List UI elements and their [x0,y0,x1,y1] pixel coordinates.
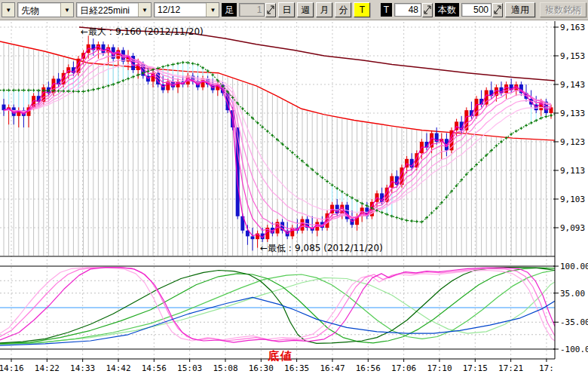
diagonal-spin-icon [494,5,501,14]
svg-text:15:03: 15:03 [177,363,202,373]
hidden-combo[interactable]: ▼ [2,2,15,17]
svg-text:15:08: 15:08 [213,363,237,373]
svg-text:17:21: 17:21 [498,363,523,373]
svg-text:17:15: 17:15 [463,363,488,373]
apply-button[interactable]: 適用 [505,2,535,17]
period-day-button[interactable]: 日 [278,2,295,17]
svg-text:-100.00: -100.00 [560,345,588,354]
chevron-down-icon[interactable]: ▼ [2,3,14,17]
svg-text:35.00: 35.00 [560,289,585,299]
bar-count-label: 本数 [435,3,459,17]
tick-unit-label: T [381,3,392,17]
svg-text:9,093: 9,093 [560,223,585,233]
svg-text:9,133: 9,133 [560,109,585,118]
svg-text:17:10: 17:10 [427,363,452,373]
max-price-annotation: ←最大：9,160 (2012/11/20) [81,26,204,37]
svg-text:14:22: 14:22 [35,363,60,373]
svg-text:9,143: 9,143 [560,80,585,90]
bar-interval-input[interactable]: 1 [239,3,265,17]
min-price-annotation: ←最低：9,085 (2012/11/20) [260,243,383,253]
bar-type-label: 足 [222,3,237,17]
svg-text:100.00: 100.00 [560,262,588,271]
svg-text:17:: 17: [539,363,554,373]
svg-text:9,153: 9,153 [560,51,585,61]
bottom-value-annotation: 底値 [267,349,293,363]
diagonal-spin-icon [424,5,431,14]
period-week-button[interactable]: 週 [297,2,314,17]
chevron-down-icon[interactable]: ▼ [138,3,151,17]
svg-text:14:56: 14:56 [142,363,167,373]
svg-text:9,123: 9,123 [560,137,585,147]
multi-symbol-button[interactable]: 複数銘柄 [540,2,586,17]
svg-text:16:30: 16:30 [249,363,274,373]
instrument-type-select[interactable]: 先物 ▼ [17,2,74,17]
price-chart-canvas: 9,1639,1539,1439,1339,1239,1139,1039,093… [0,0,588,377]
svg-text:-35.00: -35.00 [560,317,588,327]
period-minute-button[interactable]: 分 [335,2,351,17]
svg-text:16:47: 16:47 [320,363,345,373]
chevron-down-icon[interactable]: ▼ [60,3,73,17]
toolbar: ▼ 先物 ▼ 日経225mini ▼ 12/12 ▼ 足 1 日 週 月 分 T… [0,0,588,20]
svg-text:14:16: 14:16 [0,363,24,373]
svg-text:14:33: 14:33 [70,363,95,373]
instrument-select[interactable]: 日経225mini ▼ [76,2,152,17]
period-tick-button[interactable]: T [354,2,370,17]
svg-text:9,113: 9,113 [560,166,585,176]
instrument-value: 日経225mini [77,3,138,17]
oscillator-layer [0,268,555,346]
svg-text:16:35: 16:35 [284,363,309,373]
bar-count-spinner[interactable] [492,3,503,17]
contract-month-value: 12/12 [155,3,206,17]
svg-text:17:06: 17:06 [391,363,416,373]
tick-count-spinner[interactable] [422,3,433,17]
instrument-type-value: 先物 [18,3,60,17]
svg-text:9,103: 9,103 [560,195,585,204]
diagonal-spin-icon [267,5,274,14]
svg-text:14:42: 14:42 [106,363,130,373]
contract-month-select[interactable]: 12/12 ▼ [154,2,219,17]
bar-interval-spinner[interactable] [265,3,276,17]
period-month-button[interactable]: 月 [316,2,332,17]
svg-text:9,163: 9,163 [560,23,585,32]
tick-count-input[interactable]: 48 [394,3,421,17]
chevron-down-icon[interactable]: ▼ [206,3,219,17]
bar-count-input[interactable]: 500 [461,3,492,17]
svg-text:16:56: 16:56 [356,363,381,373]
